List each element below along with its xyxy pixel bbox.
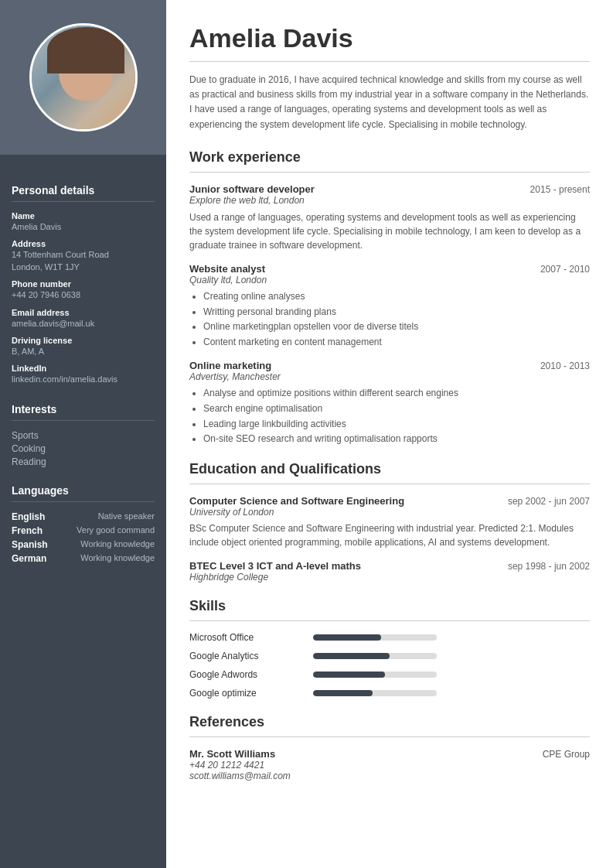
email-value: amelia.davis@mail.uk — [12, 318, 155, 330]
ref-1-company: CPE Group — [543, 749, 590, 760]
sidebar: Personal details Name Amelia Davis Addre… — [0, 0, 166, 868]
edu-2-date: sep 1998 - jun 2002 — [508, 561, 590, 572]
job-2-bullets: Creating online analyses Writting person… — [189, 290, 590, 349]
skill-bar-fill-google-analytics — [313, 653, 390, 659]
address-line1: 14 Tottenham Court Road — [12, 249, 155, 261]
education-heading: Education and Qualifications — [189, 461, 590, 477]
ref-1-name: Mr. Scott Williams — [189, 748, 275, 760]
job-3-bullet-2: Search engine optimalisation — [203, 402, 590, 415]
skill-name-google-analytics: Google Analytics — [189, 651, 313, 661]
interest-reading: Reading — [12, 456, 155, 467]
job-1-title: Junior software developer — [189, 183, 315, 195]
language-row-german: German Working knowledge — [12, 553, 155, 564]
ref-1-header: Mr. Scott Williams CPE Group — [189, 748, 590, 760]
work-experience-section: Work experience Junior software develope… — [189, 149, 590, 446]
job-2-date: 2007 - 2010 — [540, 264, 590, 275]
edu-2-title: BTEC Level 3 ICT and A-level maths — [189, 560, 361, 572]
name-value: Amelia Davis — [12, 221, 155, 233]
edu-1-institution: University of London — [189, 507, 590, 518]
ref-1-email: scott.williams@mail.com — [189, 771, 590, 781]
job-1: Junior software developer 2015 - present… — [189, 183, 590, 252]
languages-heading: Languages — [12, 484, 155, 497]
skill-bar-bg-google-optimize — [313, 690, 437, 696]
skills-divider — [189, 620, 590, 621]
skills-section: Skills Microsoft Office Google Analytics… — [189, 598, 590, 699]
edu-1-date: sep 2002 - jun 2007 — [508, 496, 590, 507]
job-3-bullet-4: On-site SEO research and writing optimal… — [203, 432, 590, 446]
job-3: Online marketing 2010 - 2013 Advertisy, … — [189, 360, 590, 446]
linkedin-value: linkedin.com/in/amelia.davis — [12, 374, 155, 385]
skill-bar-fill-google-optimize — [313, 690, 373, 696]
ref-1-phone: +44 20 1212 4421 — [189, 760, 590, 771]
interests-heading: Interests — [12, 403, 155, 415]
job-2: Website analyst 2007 - 2010 Quality ltd,… — [189, 263, 590, 349]
job-2-title: Website analyst — [189, 263, 265, 275]
work-divider — [189, 172, 590, 173]
name-divider — [189, 61, 590, 62]
job-3-bullet-3: Leading large linkbuilding activities — [203, 418, 590, 431]
name-label: Name — [12, 211, 155, 220]
interest-cooking: Cooking — [12, 443, 155, 454]
languages-divider — [12, 501, 155, 502]
edu-1-desc: BSc Computer Science and Software Engine… — [189, 521, 590, 549]
edu-1-header: Computer Science and Software Engineerin… — [189, 495, 590, 507]
edu-divider — [189, 484, 590, 484]
job-3-date: 2010 - 2013 — [540, 361, 590, 371]
skill-bar-fill-google-adwords — [313, 672, 385, 678]
references-section: References Mr. Scott Williams CPE Group … — [189, 714, 590, 781]
work-experience-heading: Work experience — [189, 149, 590, 166]
lang-level-german: Working knowledge — [80, 553, 155, 564]
job-3-header: Online marketing 2010 - 2013 — [189, 360, 590, 371]
summary-text: Due to graduate in 2016, I have acquired… — [189, 73, 590, 132]
job-2-bullet-4: Content marketing en content management — [203, 336, 590, 349]
skill-microsoft-office: Microsoft Office — [189, 632, 590, 643]
avatar — [29, 23, 138, 132]
lang-name-english: English — [12, 511, 45, 522]
edu-1-title: Computer Science and Software Engineerin… — [189, 495, 404, 507]
skill-google-analytics: Google Analytics — [189, 651, 590, 661]
ref-divider — [189, 736, 590, 737]
sidebar-content: Personal details Name Amelia Davis Addre… — [0, 155, 166, 583]
job-1-company: Explore the web ltd, London — [189, 195, 590, 206]
job-2-bullet-3: Online marketingplan opstellen voor de d… — [203, 320, 590, 333]
job-3-bullet-1: Analyse and optimize positions within di… — [203, 387, 590, 400]
lang-name-german: German — [12, 553, 46, 564]
skill-name-google-optimize: Google optimize — [189, 688, 313, 699]
address-label: Address — [12, 239, 155, 248]
driving-value: B, AM, A — [12, 346, 155, 357]
personal-details-heading: Personal details — [12, 184, 155, 196]
references-heading: References — [189, 714, 590, 730]
skill-name-microsoft-office: Microsoft Office — [189, 632, 313, 643]
edu-2-header: BTEC Level 3 ICT and A-level maths sep 1… — [189, 560, 590, 572]
driving-label: Driving license — [12, 336, 155, 345]
avatar-image — [32, 23, 135, 132]
skill-bar-bg-microsoft-office — [313, 634, 437, 641]
phone-value: +44 20 7946 0638 — [12, 289, 155, 301]
avatar-container — [0, 0, 166, 155]
interests-divider — [12, 420, 155, 421]
skill-google-adwords: Google Adwords — [189, 669, 590, 680]
address-line2: London, W1T 1JY — [12, 261, 155, 273]
skill-name-google-adwords: Google Adwords — [189, 669, 313, 680]
job-3-title: Online marketing — [189, 360, 271, 371]
lang-name-french: French — [12, 525, 43, 536]
education-section: Education and Qualifications Computer Sc… — [189, 461, 590, 583]
language-row-spanish: Spanish Working knowledge — [12, 539, 155, 550]
job-3-bullets: Analyse and optimize positions within di… — [189, 387, 590, 446]
skills-heading: Skills — [189, 598, 590, 614]
main-content: Amelia Davis Due to graduate in 2016, I … — [166, 0, 613, 868]
phone-label: Phone number — [12, 279, 155, 289]
interest-sports: Sports — [12, 430, 155, 441]
job-2-bullet-1: Creating online analyses — [203, 290, 590, 303]
skill-google-optimize: Google optimize — [189, 688, 590, 699]
skill-bar-bg-google-analytics — [313, 653, 437, 659]
email-label: Email address — [12, 308, 155, 317]
job-1-desc: Used a range of languages, operating sys… — [189, 210, 590, 252]
edu-2-institution: Highbridge College — [189, 572, 590, 583]
lang-level-spanish: Working knowledge — [80, 539, 155, 550]
job-2-company: Quality ltd, London — [189, 275, 590, 285]
language-row-english: English Native speaker — [12, 511, 155, 522]
lang-level-english: Native speaker — [98, 511, 155, 522]
job-3-company: Advertisy, Manchester — [189, 371, 590, 382]
job-1-date: 2015 - present — [530, 184, 590, 195]
